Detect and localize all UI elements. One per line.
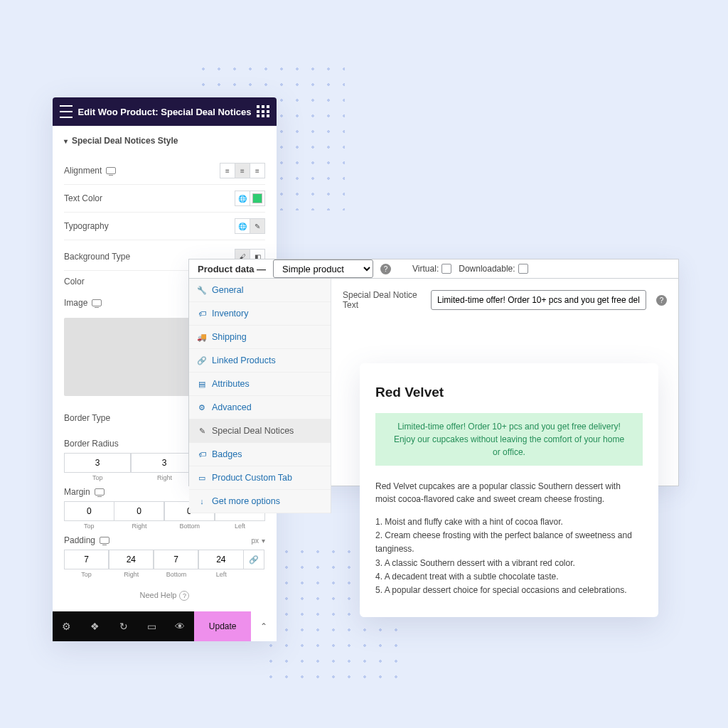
metabox-title: Product data —	[198, 264, 266, 274]
border-radius-label: Border Radius	[64, 439, 119, 449]
tab-label: Special Deal Notices	[212, 426, 294, 436]
tab-icon: 🚚	[198, 333, 206, 341]
tab-label: Get more options	[212, 496, 280, 506]
m-top-input[interactable]	[64, 501, 114, 521]
background-type-label: Background Type	[64, 252, 130, 262]
product-tab[interactable]: 🔧General	[189, 279, 331, 302]
feature-item: 1. Moist and fluffy cake with a hint of …	[375, 515, 643, 529]
tab-label: Badges	[212, 449, 242, 459]
product-description: Red Velvet cupcakes are a popular classi…	[375, 480, 643, 505]
section-toggle[interactable]: Special Deal Notices Style	[64, 136, 265, 146]
br-right-input[interactable]	[131, 453, 198, 473]
downloadable-checkbox[interactable]	[518, 264, 528, 274]
tab-label: Attributes	[212, 379, 250, 389]
image-label: Image	[64, 298, 87, 308]
responsive-icon[interactable]	[95, 488, 105, 496]
product-tab[interactable]: 🚚Shipping	[189, 326, 331, 349]
apps-icon[interactable]	[257, 105, 269, 118]
product-tab[interactable]: 🏷Inventory	[189, 302, 331, 326]
tab-label: General	[212, 285, 243, 295]
responsive-mode-icon[interactable]: ▭	[138, 611, 166, 641]
feature-item: 4. A decadent treat with a subtle chocol…	[375, 570, 643, 584]
chevron-down-icon[interactable]: ▾	[262, 537, 265, 545]
product-tab[interactable]: ↓Get more options	[189, 490, 331, 513]
virtual-checkbox[interactable]	[441, 264, 451, 274]
tab-label: Product Custom Tab	[212, 473, 292, 483]
m-right-input[interactable]	[114, 501, 164, 521]
product-type-select[interactable]: Simple product	[273, 259, 373, 278]
feature-item: 5. A popular dessert choice for special …	[375, 584, 643, 597]
product-tab[interactable]: ▤Attributes	[189, 373, 331, 396]
product-title: Red Velvet	[375, 385, 643, 400]
menu-icon[interactable]	[60, 105, 73, 118]
product-tab[interactable]: 🏷Badges	[189, 443, 331, 466]
padding-label: Padding	[64, 535, 95, 545]
alignment-label: Alignment	[64, 166, 102, 176]
feature-item: 2. Cream cheese frosting with the perfec…	[375, 529, 643, 556]
globe-icon[interactable]: 🌐	[235, 218, 250, 234]
align-center-button[interactable]: ≡	[235, 163, 250, 178]
settings-icon[interactable]: ⚙	[53, 611, 81, 641]
typography-label: Typography	[64, 221, 109, 231]
update-button[interactable]: Update	[194, 611, 251, 641]
product-tab[interactable]: ▭Product Custom Tab	[189, 466, 331, 490]
align-right-button[interactable]: ≡	[250, 163, 265, 178]
tab-icon: ↓	[198, 497, 206, 505]
product-preview-card: Red Velvet Limited-time offer! Order 10+…	[360, 363, 658, 617]
tab-icon: 🏷	[198, 450, 206, 459]
tab-label: Inventory	[212, 309, 248, 318]
tab-icon: 🔗	[198, 356, 206, 365]
responsive-icon[interactable]	[100, 537, 109, 544]
tab-label: Shipping	[212, 332, 247, 342]
border-type-label: Border Type	[64, 413, 110, 423]
downloadable-label: Downloadable:	[459, 264, 515, 274]
virtual-label: Virtual:	[412, 264, 439, 274]
product-tab[interactable]: 🔗Linked Products	[189, 349, 331, 373]
tab-icon: ▭	[198, 473, 206, 482]
feature-item: 3. A classic Southern dessert with a vib…	[375, 557, 643, 570]
margin-label: Margin	[64, 487, 90, 497]
need-help-link[interactable]: Need Help?	[64, 578, 265, 605]
help-icon[interactable]: ?	[380, 264, 391, 274]
edit-typography-button[interactable]: ✎	[250, 218, 265, 234]
tab-label: Advanced	[212, 402, 252, 412]
product-data-tabs: 🔧General🏷Inventory🚚Shipping🔗Linked Produ…	[189, 279, 331, 513]
product-tab[interactable]: ⚙Advanced	[189, 396, 331, 419]
responsive-icon[interactable]	[92, 299, 102, 306]
color-swatch[interactable]	[250, 191, 265, 206]
globe-icon[interactable]: 🌐	[235, 191, 250, 206]
notice-text-label: Special Deal Notice Text	[343, 290, 421, 310]
p-left-input[interactable]	[198, 550, 243, 569]
notice-text-input[interactable]	[431, 290, 646, 310]
tab-icon: ⚙	[198, 403, 206, 412]
tab-icon: 🔧	[198, 286, 206, 294]
preview-icon[interactable]: 👁	[166, 611, 194, 641]
tab-icon: ✎	[198, 427, 206, 435]
responsive-icon[interactable]	[106, 167, 116, 174]
align-left-button[interactable]: ≡	[220, 163, 235, 178]
help-icon[interactable]: ?	[656, 295, 667, 306]
p-top-input[interactable]	[64, 550, 109, 569]
product-tab[interactable]: ✎Special Deal Notices	[189, 419, 331, 443]
tab-icon: ▤	[198, 380, 206, 388]
p-right-input[interactable]	[109, 550, 154, 569]
text-color-label: Text Color	[64, 193, 102, 203]
p-bottom-input[interactable]	[154, 550, 198, 569]
panel-header: Edit Woo Product: Special Deal Notices	[53, 97, 277, 126]
tab-label: Linked Products	[212, 355, 276, 365]
tab-icon: 🏷	[198, 309, 206, 318]
save-options-toggle[interactable]: ⌃	[251, 611, 277, 641]
feature-list: 1. Moist and fluffy cake with a hint of …	[375, 515, 643, 597]
bg-color-label: Color	[64, 277, 85, 287]
history-icon[interactable]: ↻	[109, 611, 138, 641]
link-values-button[interactable]: 🔗	[243, 550, 264, 569]
br-top-input[interactable]	[64, 453, 131, 473]
panel-title: Edit Woo Product: Special Deal Notices	[78, 107, 252, 117]
navigator-icon[interactable]: ❖	[81, 611, 109, 641]
deal-notice: Limited-time offer! Order 10+ pcs and yo…	[375, 413, 643, 466]
